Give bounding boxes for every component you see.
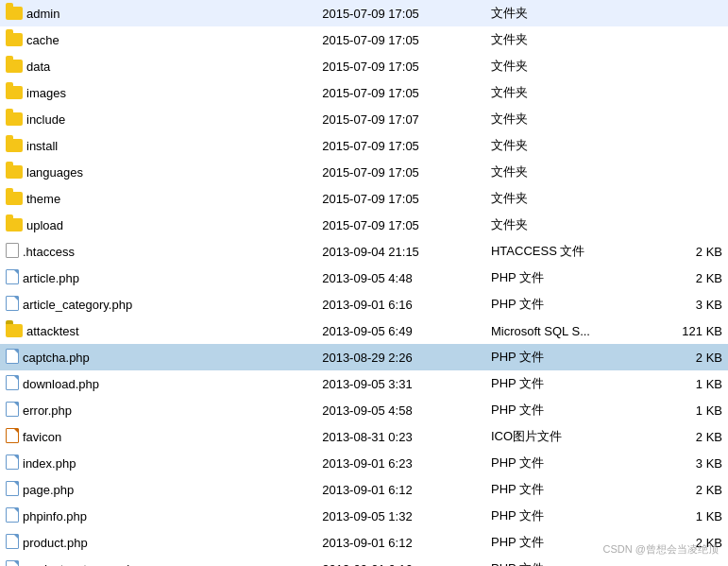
file-type: PHP 文件 <box>485 503 644 529</box>
file-date: 2013-09-05 4:58 <box>316 397 485 423</box>
file-list: admin2015-07-09 17:05文件夹cache2015-07-09 … <box>0 0 728 566</box>
file-date: 2013-09-05 6:49 <box>316 317 485 344</box>
file-type: PHP 文件 <box>485 556 644 566</box>
file-name-cell: images <box>0 79 316 106</box>
file-date: 2015-07-09 17:05 <box>316 132 485 159</box>
file-date: 2015-07-09 17:07 <box>316 106 485 132</box>
file-date: 2013-09-01 6:23 <box>316 450 485 476</box>
php-icon <box>6 269 19 284</box>
folder-icon <box>6 112 23 126</box>
file-type: 文件夹 <box>485 79 644 106</box>
php-icon <box>6 481 19 496</box>
file-name: page.php <box>23 483 74 497</box>
file-size: 121 KB <box>644 317 728 344</box>
file-date: 2013-09-05 3:31 <box>316 370 485 397</box>
php-icon <box>6 534 19 549</box>
file-name: theme <box>26 192 60 206</box>
file-name: .htaccess <box>23 245 75 259</box>
folder-icon <box>6 218 23 232</box>
table-row[interactable]: index.php2013-09-01 6:23PHP 文件3 KB <box>0 450 728 476</box>
file-name: index.php <box>23 456 76 471</box>
file-size <box>644 0 728 26</box>
file-name-cell: languages <box>0 159 316 185</box>
file-size <box>644 53 728 79</box>
file-type: PHP 文件 <box>485 370 644 397</box>
file-size <box>644 106 728 132</box>
table-row[interactable]: .htaccess2013-09-04 21:15HTACCESS 文件2 KB <box>0 238 728 265</box>
file-size <box>644 26 728 53</box>
file-size <box>644 185 728 212</box>
file-name-cell: error.php <box>0 397 316 423</box>
file-name-cell: cache <box>0 26 316 53</box>
table-row[interactable]: article_category.php2013-09-01 6:16PHP 文… <box>0 291 728 317</box>
table-row[interactable]: page.php2013-09-01 6:12PHP 文件2 KB <box>0 476 728 503</box>
file-date: 2015-07-09 17:05 <box>316 79 485 106</box>
table-row[interactable]: languages2015-07-09 17:05文件夹 <box>0 159 728 185</box>
file-name-cell: page.php <box>0 476 316 503</box>
file-name-cell: upload <box>0 212 316 238</box>
file-name-cell: .htaccess <box>0 238 316 265</box>
folder-icon <box>6 139 23 152</box>
file-name: product.php <box>23 536 88 550</box>
file-date: 2013-08-29 2:26 <box>316 344 485 370</box>
table-row[interactable]: data2015-07-09 17:05文件夹 <box>0 53 728 79</box>
file-type: PHP 文件 <box>485 450 644 476</box>
file-date: 2013-09-01 6:16 <box>316 556 485 566</box>
file-date: 2015-07-09 17:05 <box>316 26 485 53</box>
table-row[interactable]: cache2015-07-09 17:05文件夹 <box>0 26 728 53</box>
file-date: 2015-07-09 17:05 <box>316 53 485 79</box>
table-row[interactable]: images2015-07-09 17:05文件夹 <box>0 79 728 106</box>
file-date: 2013-09-05 4:48 <box>316 265 485 291</box>
table-row[interactable]: captcha.php2013-08-29 2:26PHP 文件2 KB <box>0 344 728 370</box>
file-name-cell: phpinfo.php <box>0 503 316 529</box>
file-size: 2 KB <box>644 238 728 265</box>
table-row[interactable]: attacktest2013-09-05 6:49Microsoft SQL S… <box>0 317 728 344</box>
watermark-text: CSDN @曾想会当凌绝顶 <box>603 542 719 557</box>
file-type: HTACCESS 文件 <box>485 238 644 265</box>
file-date: 2013-09-04 21:15 <box>316 238 485 265</box>
php-icon <box>6 560 19 566</box>
file-name: favicon <box>23 430 61 444</box>
file-size <box>644 159 728 185</box>
table-row[interactable]: product_category.php2013-09-01 6:16PHP 文… <box>0 556 728 566</box>
file-name: upload <box>26 218 63 232</box>
file-date: 2013-09-01 6:16 <box>316 291 485 317</box>
file-type: PHP 文件 <box>485 476 644 503</box>
ico-icon <box>6 428 19 443</box>
php-icon <box>6 375 19 390</box>
file-size <box>644 79 728 106</box>
table-row[interactable]: install2015-07-09 17:05文件夹 <box>0 132 728 159</box>
folder-icon <box>6 60 23 73</box>
table-row[interactable]: favicon2013-08-31 0:23ICO图片文件2 KB <box>0 423 728 450</box>
file-name: include <box>26 112 65 127</box>
table-row[interactable]: download.php2013-09-05 3:31PHP 文件1 KB <box>0 370 728 397</box>
file-type: ICO图片文件 <box>485 423 644 450</box>
file-size: 1 KB <box>644 370 728 397</box>
table-row[interactable]: article.php2013-09-05 4:48PHP 文件2 KB <box>0 265 728 291</box>
php-icon <box>6 455 19 470</box>
table-row[interactable]: include2015-07-09 17:07文件夹 <box>0 106 728 132</box>
table-row[interactable]: admin2015-07-09 17:05文件夹 <box>0 0 728 26</box>
file-size <box>644 212 728 238</box>
file-name: languages <box>26 165 83 180</box>
file-name-cell: article_category.php <box>0 291 316 317</box>
file-date: 2013-09-05 1:32 <box>316 503 485 529</box>
table-row[interactable]: theme2015-07-09 17:05文件夹 <box>0 185 728 212</box>
file-name: captcha.php <box>23 351 90 365</box>
file-name-cell: captcha.php <box>0 344 316 370</box>
file-type: 文件夹 <box>485 53 644 79</box>
table-row[interactable]: phpinfo.php2013-09-05 1:32PHP 文件1 KB <box>0 503 728 529</box>
file-size: 2 KB <box>644 344 728 370</box>
file-date: 2013-09-01 6:12 <box>316 529 485 556</box>
php-icon <box>6 349 19 364</box>
file-type: PHP 文件 <box>485 397 644 423</box>
file-name-cell: admin <box>0 0 316 26</box>
file-name: cache <box>26 33 59 47</box>
php-icon <box>6 296 19 311</box>
table-row[interactable]: upload2015-07-09 17:05文件夹 <box>0 212 728 238</box>
file-name-cell: attacktest <box>0 317 316 344</box>
file-date: 2015-07-09 17:05 <box>316 212 485 238</box>
file-name-cell: article.php <box>0 265 316 291</box>
file-name: attacktest <box>26 324 79 338</box>
table-row[interactable]: error.php2013-09-05 4:58PHP 文件1 KB <box>0 397 728 423</box>
